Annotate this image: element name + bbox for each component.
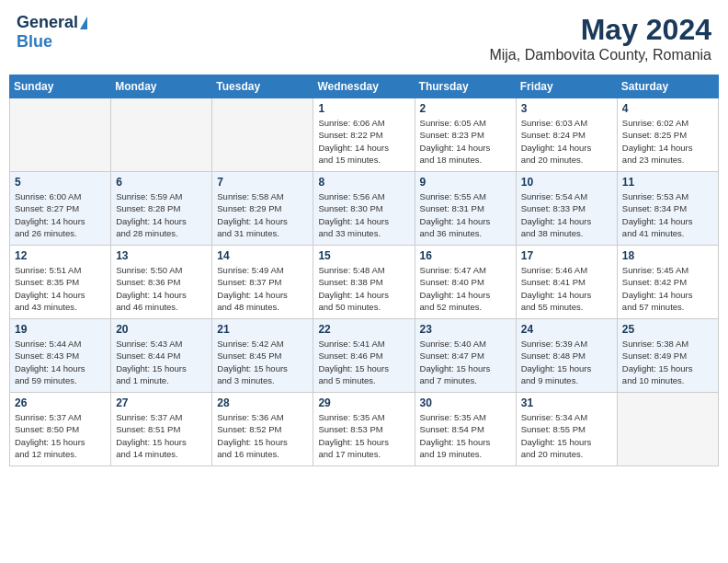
calendar-cell: 5Sunrise: 6:00 AM Sunset: 8:27 PM Daylig… xyxy=(10,172,111,246)
calendar-cell: 22Sunrise: 5:41 AM Sunset: 8:46 PM Dayli… xyxy=(313,319,415,393)
logo-general-text: General xyxy=(17,13,78,32)
day-number: 15 xyxy=(318,249,409,262)
calendar-cell: 23Sunrise: 5:40 AM Sunset: 8:47 PM Dayli… xyxy=(415,319,516,393)
day-info: Sunrise: 5:50 AM Sunset: 8:36 PM Dayligh… xyxy=(116,264,207,313)
calendar-day-header: Saturday xyxy=(617,75,718,98)
day-info: Sunrise: 5:58 AM Sunset: 8:29 PM Dayligh… xyxy=(217,190,308,239)
day-info: Sunrise: 5:35 AM Sunset: 8:53 PM Dayligh… xyxy=(318,411,409,460)
calendar-cell: 26Sunrise: 5:37 AM Sunset: 8:50 PM Dayli… xyxy=(10,393,111,466)
day-info: Sunrise: 5:45 AM Sunset: 8:42 PM Dayligh… xyxy=(622,264,713,313)
day-info: Sunrise: 5:35 AM Sunset: 8:54 PM Dayligh… xyxy=(420,411,511,460)
day-number: 28 xyxy=(217,396,308,409)
calendar-cell: 14Sunrise: 5:49 AM Sunset: 8:37 PM Dayli… xyxy=(212,246,313,319)
day-number: 14 xyxy=(217,249,308,262)
day-info: Sunrise: 5:59 AM Sunset: 8:28 PM Dayligh… xyxy=(116,190,207,239)
day-info: Sunrise: 5:43 AM Sunset: 8:44 PM Dayligh… xyxy=(116,338,207,386)
calendar-table: SundayMondayTuesdayWednesdayThursdayFrid… xyxy=(9,75,719,466)
day-info: Sunrise: 5:36 AM Sunset: 8:52 PM Dayligh… xyxy=(217,411,308,460)
title-section: May 2024 Mija, Dambovita County, Romania xyxy=(489,13,711,63)
location-title: Mija, Dambovita County, Romania xyxy=(489,47,711,63)
day-info: Sunrise: 5:49 AM Sunset: 8:37 PM Dayligh… xyxy=(217,264,308,313)
calendar-cell xyxy=(111,98,212,172)
calendar-cell: 27Sunrise: 5:37 AM Sunset: 8:51 PM Dayli… xyxy=(111,393,212,466)
calendar-cell: 11Sunrise: 5:53 AM Sunset: 8:34 PM Dayli… xyxy=(617,172,718,246)
day-number: 12 xyxy=(15,249,106,262)
calendar-day-header: Wednesday xyxy=(313,75,415,98)
day-info: Sunrise: 5:51 AM Sunset: 8:35 PM Dayligh… xyxy=(15,264,106,313)
calendar-week-row: 1Sunrise: 6:06 AM Sunset: 8:22 PM Daylig… xyxy=(10,98,719,172)
day-number: 31 xyxy=(521,396,612,409)
calendar-day-header: Monday xyxy=(111,75,212,98)
calendar-day-header: Friday xyxy=(516,75,617,98)
calendar-cell: 19Sunrise: 5:44 AM Sunset: 8:43 PM Dayli… xyxy=(10,319,111,393)
day-number: 22 xyxy=(318,323,409,336)
day-info: Sunrise: 5:42 AM Sunset: 8:45 PM Dayligh… xyxy=(217,338,308,386)
day-number: 11 xyxy=(622,176,713,189)
month-title: May 2024 xyxy=(489,13,711,47)
calendar-cell: 3Sunrise: 6:03 AM Sunset: 8:24 PM Daylig… xyxy=(516,98,617,172)
day-info: Sunrise: 5:34 AM Sunset: 8:55 PM Dayligh… xyxy=(521,411,612,460)
day-number: 17 xyxy=(521,249,612,262)
calendar-cell: 16Sunrise: 5:47 AM Sunset: 8:40 PM Dayli… xyxy=(415,246,516,319)
calendar-week-row: 5Sunrise: 6:00 AM Sunset: 8:27 PM Daylig… xyxy=(10,172,719,246)
calendar-cell xyxy=(617,393,718,466)
day-number: 13 xyxy=(116,249,207,262)
day-number: 1 xyxy=(318,102,409,115)
calendar-cell: 7Sunrise: 5:58 AM Sunset: 8:29 PM Daylig… xyxy=(212,172,313,246)
day-number: 20 xyxy=(116,323,207,336)
day-info: Sunrise: 6:05 AM Sunset: 8:23 PM Dayligh… xyxy=(420,117,511,166)
calendar-cell: 20Sunrise: 5:43 AM Sunset: 8:44 PM Dayli… xyxy=(111,319,212,393)
calendar-week-row: 26Sunrise: 5:37 AM Sunset: 8:50 PM Dayli… xyxy=(10,393,719,466)
calendar-cell: 13Sunrise: 5:50 AM Sunset: 8:36 PM Dayli… xyxy=(111,246,212,319)
day-info: Sunrise: 6:03 AM Sunset: 8:24 PM Dayligh… xyxy=(521,117,612,166)
calendar-cell: 29Sunrise: 5:35 AM Sunset: 8:53 PM Dayli… xyxy=(313,393,415,466)
day-info: Sunrise: 5:44 AM Sunset: 8:43 PM Dayligh… xyxy=(15,338,106,386)
calendar-cell: 18Sunrise: 5:45 AM Sunset: 8:42 PM Dayli… xyxy=(617,246,718,319)
day-info: Sunrise: 6:02 AM Sunset: 8:25 PM Dayligh… xyxy=(622,117,713,166)
calendar-day-header: Sunday xyxy=(10,75,111,98)
calendar-cell: 31Sunrise: 5:34 AM Sunset: 8:55 PM Dayli… xyxy=(516,393,617,466)
day-number: 16 xyxy=(420,249,511,262)
calendar-cell: 28Sunrise: 5:36 AM Sunset: 8:52 PM Dayli… xyxy=(212,393,313,466)
day-number: 6 xyxy=(116,176,207,189)
day-info: Sunrise: 5:37 AM Sunset: 8:50 PM Dayligh… xyxy=(15,411,106,460)
day-info: Sunrise: 5:46 AM Sunset: 8:41 PM Dayligh… xyxy=(521,264,612,313)
calendar-cell xyxy=(10,98,111,172)
day-info: Sunrise: 5:38 AM Sunset: 8:49 PM Dayligh… xyxy=(622,338,713,386)
calendar-cell: 17Sunrise: 5:46 AM Sunset: 8:41 PM Dayli… xyxy=(516,246,617,319)
day-number: 4 xyxy=(622,102,713,115)
day-info: Sunrise: 5:37 AM Sunset: 8:51 PM Dayligh… xyxy=(116,411,207,460)
day-number: 10 xyxy=(521,176,612,189)
day-info: Sunrise: 5:39 AM Sunset: 8:48 PM Dayligh… xyxy=(521,338,612,386)
day-info: Sunrise: 5:40 AM Sunset: 8:47 PM Dayligh… xyxy=(420,338,511,386)
day-info: Sunrise: 5:53 AM Sunset: 8:34 PM Dayligh… xyxy=(622,190,713,239)
calendar-cell: 24Sunrise: 5:39 AM Sunset: 8:48 PM Dayli… xyxy=(516,319,617,393)
day-number: 2 xyxy=(420,102,511,115)
day-number: 8 xyxy=(318,176,409,189)
calendar-cell: 12Sunrise: 5:51 AM Sunset: 8:35 PM Dayli… xyxy=(10,246,111,319)
day-info: Sunrise: 5:56 AM Sunset: 8:30 PM Dayligh… xyxy=(318,190,409,239)
calendar-day-header: Tuesday xyxy=(212,75,313,98)
calendar-cell xyxy=(212,98,313,172)
calendar-cell: 8Sunrise: 5:56 AM Sunset: 8:30 PM Daylig… xyxy=(313,172,415,246)
day-info: Sunrise: 5:55 AM Sunset: 8:31 PM Dayligh… xyxy=(420,190,511,239)
calendar-cell: 4Sunrise: 6:02 AM Sunset: 8:25 PM Daylig… xyxy=(617,98,718,172)
calendar-week-row: 12Sunrise: 5:51 AM Sunset: 8:35 PM Dayli… xyxy=(10,246,719,319)
day-number: 3 xyxy=(521,102,612,115)
day-number: 7 xyxy=(217,176,308,189)
calendar-cell: 25Sunrise: 5:38 AM Sunset: 8:49 PM Dayli… xyxy=(617,319,718,393)
calendar-cell: 2Sunrise: 6:05 AM Sunset: 8:23 PM Daylig… xyxy=(415,98,516,172)
day-info: Sunrise: 5:47 AM Sunset: 8:40 PM Dayligh… xyxy=(420,264,511,313)
calendar-week-row: 19Sunrise: 5:44 AM Sunset: 8:43 PM Dayli… xyxy=(10,319,719,393)
day-number: 30 xyxy=(420,396,511,409)
calendar-day-header: Thursday xyxy=(415,75,516,98)
day-number: 5 xyxy=(15,176,106,189)
day-number: 18 xyxy=(622,249,713,262)
day-info: Sunrise: 6:00 AM Sunset: 8:27 PM Dayligh… xyxy=(15,190,106,239)
day-info: Sunrise: 5:41 AM Sunset: 8:46 PM Dayligh… xyxy=(318,338,409,386)
calendar-header-row: SundayMondayTuesdayWednesdayThursdayFrid… xyxy=(10,75,719,98)
day-number: 23 xyxy=(420,323,511,336)
day-number: 27 xyxy=(116,396,207,409)
day-number: 21 xyxy=(217,323,308,336)
logo-triangle-icon xyxy=(80,17,87,29)
